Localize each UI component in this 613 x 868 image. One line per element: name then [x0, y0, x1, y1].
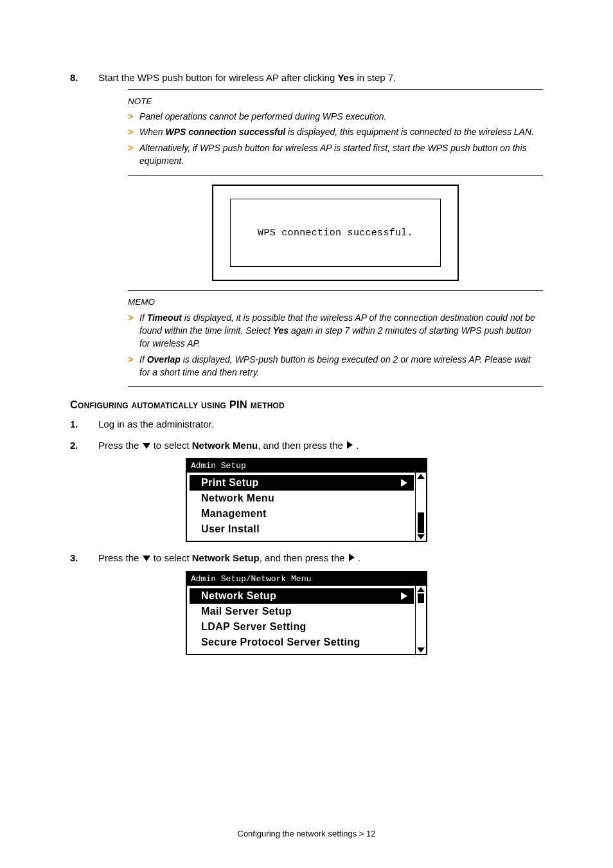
bold: Yes: [273, 325, 289, 336]
menu-title: Admin Setup/Network Menu: [187, 572, 426, 586]
lcd-message: WPS connection successful.: [230, 199, 441, 267]
step-number: 2.: [70, 439, 98, 453]
menu-item-ldap-server-setting[interactable]: LDAP Server Setting: [187, 619, 415, 635]
right-arrow-icon: [348, 553, 355, 562]
menu-item-label: Print Setup: [201, 477, 259, 489]
text: If: [139, 312, 147, 323]
text: .: [358, 552, 360, 563]
lcd-figure: WPS connection successful.: [128, 185, 543, 281]
scroll-thumb[interactable]: [418, 512, 424, 533]
scroll-track: [416, 592, 426, 647]
memo-block: MEMO > If Timeout is displayed, it is po…: [128, 290, 543, 387]
note-bullet: > Alternatively, if WPS push button for …: [128, 141, 543, 168]
bold: Network Setup: [192, 552, 260, 563]
step-text: Start the WPS push button for wireless A…: [98, 71, 543, 86]
bullet-text: Alternatively, if WPS push button for wi…: [139, 141, 543, 168]
scroll-thumb[interactable]: [418, 593, 424, 603]
note-bullet: > Panel operations cannot be performed d…: [128, 110, 543, 123]
right-arrow-icon: [401, 592, 407, 600]
scrollbar[interactable]: [415, 473, 426, 541]
text: is displayed, this equipment is connecte…: [285, 127, 534, 137]
menu-title: Admin Setup: [187, 459, 426, 473]
step-2: 2. Press the to select Network Menu, and…: [70, 439, 543, 453]
text: is displayed, WPS-push button is being e…: [139, 354, 531, 377]
bullet-text: Panel operations cannot be performed dur…: [139, 110, 543, 123]
menu-item-network-setup[interactable]: Network Setup: [190, 588, 414, 604]
bullet-text: If Timeout is displayed, it is possible …: [139, 311, 543, 350]
down-arrow-icon: [142, 554, 151, 562]
text: Press the: [98, 440, 142, 451]
scroll-down-icon[interactable]: [417, 534, 425, 539]
network-menu: Admin Setup/Network Menu Network Setup M…: [186, 571, 427, 655]
menu-item-print-setup[interactable]: Print Setup: [190, 475, 414, 491]
bold: Yes: [337, 72, 354, 83]
right-arrow-icon: [346, 440, 353, 449]
bold: Overlap: [147, 354, 181, 365]
menu-list: Print Setup Network Menu Management User…: [187, 473, 415, 541]
note-bullet: > When WPS connection successful is disp…: [128, 125, 543, 138]
text: in step 7.: [354, 72, 396, 83]
menu-item-network-menu[interactable]: Network Menu: [187, 491, 415, 506]
text: When: [139, 127, 165, 137]
memo-heading: MEMO: [128, 296, 543, 309]
down-arrow-icon: [142, 442, 151, 449]
step-number: 1.: [70, 417, 98, 432]
text: Press the: [98, 552, 142, 563]
menu-body: Print Setup Network Menu Management User…: [187, 473, 426, 541]
memo-bullet: > If Timeout is displayed, it is possibl…: [128, 311, 543, 350]
step-number: 8.: [70, 71, 98, 86]
admin-setup-menu: Admin Setup Print Setup Network Menu Man…: [186, 458, 427, 542]
step-number: 3.: [70, 551, 98, 566]
menu-item-management[interactable]: Management: [187, 506, 415, 521]
scroll-up-icon[interactable]: [417, 587, 425, 592]
menu-item-label: Network Setup: [201, 590, 276, 602]
bold: WPS connection successful: [165, 127, 285, 137]
note-heading: NOTE: [128, 95, 543, 108]
right-arrow-icon: [401, 479, 407, 487]
step-1: 1. Log in as the administrator.: [70, 417, 543, 432]
chevron-icon: >: [128, 110, 139, 123]
bullet-text: If Overlap is displayed, WPS-push button…: [139, 353, 543, 379]
svg-marker-0: [143, 443, 150, 449]
step-text: Log in as the administrator.: [98, 417, 543, 432]
step-text: Press the to select Network Setup, and t…: [98, 551, 543, 566]
menu-body: Network Setup Mail Server Setup LDAP Ser…: [187, 586, 426, 654]
manual-page: 8. Start the WPS push button for wireles…: [0, 0, 613, 868]
chevron-icon: >: [128, 125, 139, 138]
step-text: Press the to select Network Menu, and th…: [98, 439, 543, 453]
svg-marker-1: [347, 441, 353, 449]
scroll-track: [416, 479, 426, 534]
text: Start the WPS push button for wireless A…: [98, 72, 337, 83]
scroll-down-icon[interactable]: [417, 647, 425, 653]
menu-item-user-install[interactable]: User Install: [187, 521, 415, 537]
chevron-icon: >: [128, 353, 139, 366]
menu-item-secure-protocol[interactable]: Secure Protocol Server Setting: [187, 635, 415, 650]
menu-list: Network Setup Mail Server Setup LDAP Ser…: [187, 586, 415, 654]
note-block: NOTE > Panel operations cannot be perfor…: [128, 89, 543, 176]
lcd-outer-frame: WPS connection successful.: [212, 185, 459, 281]
text: to select: [154, 552, 192, 563]
memo-bullet: > If Overlap is displayed, WPS-push butt…: [128, 353, 543, 379]
step-8: 8. Start the WPS push button for wireles…: [70, 71, 543, 86]
scroll-up-icon[interactable]: [417, 474, 425, 479]
page-footer: Configuring the network settings > 12: [0, 829, 613, 838]
bold: Network Menu: [192, 440, 258, 451]
text: .: [356, 440, 359, 451]
section-heading: Configuring automatically using PIN meth…: [70, 399, 543, 411]
svg-marker-3: [349, 554, 355, 561]
menu-item-mail-server-setup[interactable]: Mail Server Setup: [187, 604, 415, 619]
text: , and then press the: [260, 552, 348, 563]
text: , and then press the: [258, 440, 346, 451]
bold: Timeout: [147, 312, 182, 323]
chevron-icon: >: [128, 141, 139, 154]
chevron-icon: >: [128, 311, 139, 324]
bullet-text: When WPS connection successful is displa…: [139, 125, 543, 138]
text: to select: [154, 440, 192, 451]
svg-marker-2: [143, 556, 150, 561]
step-3: 3. Press the to select Network Setup, an…: [70, 551, 543, 566]
scrollbar[interactable]: [415, 586, 426, 654]
text: If: [139, 354, 147, 365]
